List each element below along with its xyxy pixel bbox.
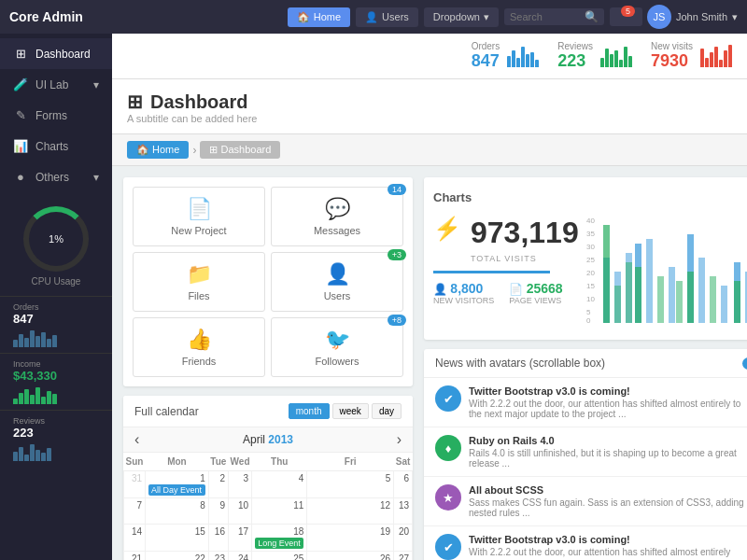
breadcrumb-home[interactable]: 🏠 Home (127, 141, 189, 159)
svg-text:Fri: Fri (686, 326, 696, 328)
quick-item-messages[interactable]: 14 💬 Messages (271, 187, 403, 246)
users-badge: +3 (388, 249, 406, 260)
visits-stat-chart (700, 45, 732, 67)
list-item: ✔ Twitter Bootstrap v3.0 is coming! With… (424, 526, 747, 560)
forms-icon: ✎ (13, 108, 28, 122)
news-content-3: All about SCSS Sass makes CSS fun again.… (469, 484, 747, 518)
charts-content: ⚡ 973,119 TOTAL VISITS 👤 (433, 216, 747, 330)
list-item: ★ All about SCSS Sass makes CSS fun agai… (424, 477, 747, 526)
svg-rect-19 (734, 281, 740, 323)
breadcrumb-dashboard[interactable]: ⊞ Dashboard (200, 141, 280, 159)
notification-btn[interactable]: 5 (610, 7, 642, 26)
svg-rect-13 (635, 267, 641, 323)
breadcrumb: 🏠 Home › ⊞ Dashboard (112, 134, 747, 166)
sidebar-item-forms[interactable]: ✎ Forms (0, 100, 112, 131)
search-icon: 🔍 (585, 10, 599, 23)
sidebar-stat-reviews: Reviews 223 (0, 410, 112, 467)
svg-rect-30 (710, 276, 716, 323)
reviews-stat-chart (600, 45, 632, 67)
charts-bar-area: 40 35 30 25 20 15 10 5 0 (586, 216, 747, 330)
day-view-btn[interactable]: day (372, 403, 402, 419)
users-nav-btn[interactable]: 👤 Users (356, 7, 418, 27)
orders-stat-chart (507, 45, 539, 67)
news-list: ✔ Twitter Bootstrap v3.0 is coming! With… (424, 378, 747, 560)
new-visitors-stat: 👤 8,800 NEW VISITORS (433, 281, 494, 305)
news-box-header: News with avatars (scrollable box) 178 (424, 349, 747, 378)
quick-item-files[interactable]: 📁 Files (133, 252, 265, 312)
quick-item-users[interactable]: +3 👤 Users (271, 252, 403, 312)
month-view-btn[interactable]: month (289, 403, 330, 419)
brand-label: Core Admin (9, 9, 83, 24)
cpu-gauge: 1% (23, 206, 89, 272)
svg-text:0: 0 (586, 316, 591, 325)
messages-icon: 💬 (281, 197, 393, 221)
stats-bar: Orders 847 Reviews 223 (112, 34, 747, 79)
table-row: 7 8 9 10 11 12 13 (124, 498, 413, 525)
news-avatar-2: ♦ (435, 435, 461, 461)
calendar-prev-btn[interactable]: ‹ (134, 431, 139, 448)
charts-title: Charts (433, 190, 472, 204)
quick-links-grid: 📄 New Project 14 💬 Messages 📁 Files +3 (123, 177, 413, 386)
uilab-icon: 🧪 (13, 77, 28, 91)
svg-rect-25 (646, 239, 653, 323)
week-view-btn[interactable]: week (332, 403, 369, 419)
quick-item-friends[interactable]: 👍 Friends (133, 317, 265, 377)
table-row: 31 1 All Day Event 2 3 4 5 6 (124, 471, 413, 498)
calendar-next-btn[interactable]: › (397, 431, 402, 448)
svg-text:35: 35 (586, 230, 595, 238)
svg-text:20: 20 (586, 269, 595, 277)
list-item: ♦ Ruby on Rails 4.0 Rails 4.0 is still u… (424, 427, 747, 477)
others-chevron-icon: ▾ (93, 171, 99, 184)
nav-right: 🏠 Home 👤 Users Dropdown ▾ 🔍 5 JS John Sm… (288, 5, 738, 29)
svg-text:15: 15 (586, 282, 595, 290)
news-count: 178 (742, 357, 747, 370)
orders-mini-chart (13, 329, 99, 347)
news-avatar-1: ✔ (435, 385, 461, 412)
dropdown-nav-btn[interactable]: Dropdown ▾ (424, 7, 499, 27)
bar-chart-svg: 40 35 30 25 20 15 10 5 0 (586, 216, 747, 328)
news-content-2: Ruby on Rails 4.0 Rails 4.0 is still unf… (469, 435, 747, 469)
charts-icon: 📊 (13, 139, 28, 153)
home-icon: 🏠 (297, 11, 310, 23)
svg-rect-27 (669, 267, 675, 323)
table-row: 14 15 16 17 18 Long Event 19 20 (124, 525, 413, 552)
quick-item-new-project[interactable]: 📄 New Project (133, 187, 265, 246)
sidebar-item-uilab[interactable]: 🧪 UI Lab ▾ (0, 69, 112, 100)
news-avatar-4: ✔ (435, 534, 461, 560)
svg-text:Mon: Mon (599, 326, 614, 328)
chevron-icon: ▾ (93, 78, 99, 91)
avatar: JS (647, 5, 671, 29)
sidebar-item-others[interactable]: ● Others ▾ (0, 161, 112, 192)
sidebar-item-dashboard[interactable]: ⊞ Dashboard (0, 38, 112, 69)
big-stat: ⚡ 973,119 TOTAL VISITS (433, 216, 579, 263)
home-nav-btn[interactable]: 🏠 Home (288, 7, 350, 27)
news-title: News with avatars (scrollable box) (435, 357, 605, 370)
messages-badge: 14 (388, 184, 406, 195)
page-subtitle: A subtitle can be added here (127, 113, 732, 124)
left-column: 📄 New Project 14 💬 Messages 📁 Files +3 (123, 177, 413, 560)
page-views-stat: 📄 25668 PAGE VIEWS (509, 281, 562, 305)
right-column: Charts ⚙ ⚡ 973,119 TOTAL VISITS (424, 177, 747, 560)
dashboard-icon: ⊞ (13, 47, 28, 61)
svg-rect-10 (603, 225, 610, 323)
cpu-percent: 1% (49, 233, 63, 245)
page-title: ⊞ Dashboard (127, 91, 732, 113)
sidebar-item-charts[interactable]: 📊 Charts (0, 131, 112, 161)
cpu-label: CPU Usage (13, 276, 99, 287)
calendar-view-buttons: month week day (289, 403, 402, 419)
grid-icon: ⊞ (209, 144, 218, 155)
total-visits-number: 973,119 (471, 216, 579, 250)
quick-item-followers[interactable]: +8 🐦 Followers (271, 317, 403, 377)
sub-stats: 👤 8,800 NEW VISITORS 📄 25668 (433, 281, 579, 305)
total-visits-label: TOTAL VISITS (471, 254, 579, 263)
search-input[interactable] (510, 11, 585, 22)
users-icon: 👤 (365, 11, 378, 23)
svg-text:30: 30 (586, 243, 595, 251)
svg-rect-22 (614, 286, 621, 323)
svg-text:25: 25 (586, 256, 595, 264)
charts-box: Charts ⚙ ⚡ 973,119 TOTAL VISITS (424, 177, 747, 340)
dashboard-icon: ⊞ (127, 91, 143, 113)
calendar-title: Full calendar (134, 405, 199, 418)
user-chevron-icon: ▾ (732, 11, 738, 23)
chevron-down-icon: ▾ (484, 11, 489, 23)
